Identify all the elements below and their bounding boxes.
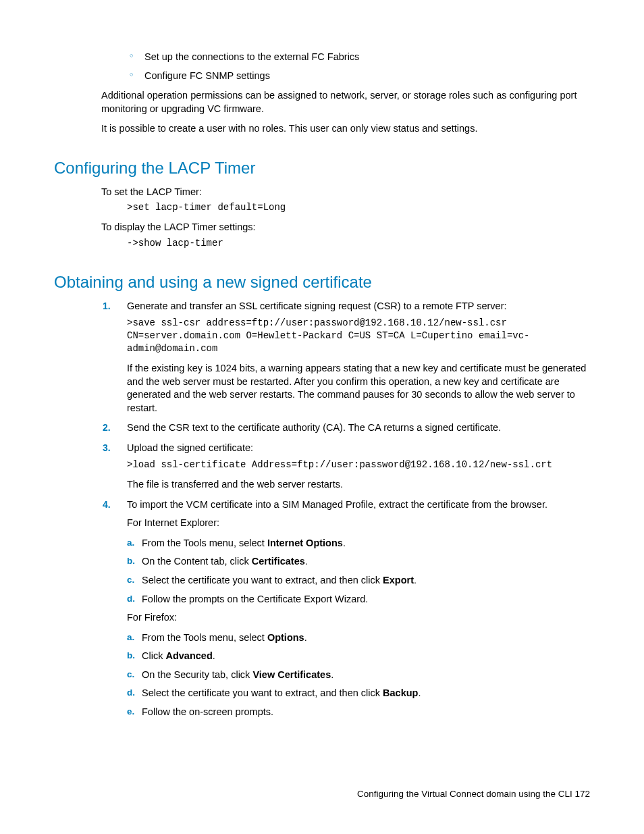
text: Click	[142, 650, 165, 661]
firefox-substeps: From the Tools menu, select Options. Cli…	[142, 631, 590, 719]
top-bullet-list: Set up the connections to the external F…	[130, 51, 590, 82]
text: .	[418, 687, 421, 698]
bold-text: View Certificates	[252, 669, 331, 680]
heading-signed-certificate: Obtaining and using a new signed certifi…	[54, 273, 590, 292]
paragraph: For Internet Explorer:	[127, 517, 590, 530]
substep: On the Content tab, click Certificates.	[142, 555, 590, 569]
list-item: Configure FC SNMP settings	[130, 70, 590, 83]
text: .	[414, 575, 417, 585]
substep: Select the certificate you want to extra…	[142, 687, 590, 700]
paragraph: For Firefox:	[127, 611, 590, 625]
step-text: Upload the signed certificate:	[127, 442, 253, 453]
text: Select the certificate you want to extra…	[142, 575, 383, 585]
substep: From the Tools menu, select Internet Opt…	[142, 537, 590, 550]
step-text: To import the VCM certificate into a SIM…	[127, 499, 547, 510]
document-page: Set up the connections to the external F…	[0, 0, 644, 834]
text: .	[331, 669, 333, 680]
substep: Follow the on-screen prompts.	[142, 706, 590, 719]
code-block: >load ssl-certificate Address=ftp://user…	[127, 459, 590, 471]
list-item: Set up the connections to the external F…	[130, 51, 590, 64]
step-text: Send the CSR text to the certificate aut…	[127, 422, 501, 433]
text: .	[305, 556, 308, 567]
bold-text: Internet Options	[267, 538, 343, 548]
paragraph: The file is transferred and the web serv…	[127, 478, 590, 492]
bold-text: Certificates	[252, 556, 305, 567]
text: .	[343, 538, 346, 548]
substep: On the Security tab, click View Certific…	[142, 669, 590, 682]
bold-text: Backup	[383, 687, 418, 698]
paragraph: It is possible to create a user with no …	[101, 122, 590, 136]
bold-text: Options	[267, 632, 304, 643]
text: On the Security tab, click	[142, 669, 252, 680]
text: Select the certificate you want to extra…	[142, 687, 383, 698]
code-block: >set lacp-timer default=Long	[127, 201, 590, 214]
step-1: Generate and transfer an SSL certificate…	[127, 300, 590, 415]
step-3: Upload the signed certificate: >load ssl…	[127, 442, 590, 492]
heading-lacp-timer: Configuring the LACP Timer	[54, 159, 590, 178]
code-block: >save ssl-csr address=ftp://user:passwor…	[127, 317, 590, 355]
bold-text: Advanced	[165, 650, 212, 661]
numbered-steps: Generate and transfer an SSL certificate…	[127, 300, 590, 719]
paragraph: If the existing key is 1024 bits, a warn…	[127, 362, 590, 415]
substep: Select the certificate you want to extra…	[142, 574, 590, 588]
substep: Follow the prompts on the Certificate Ex…	[142, 593, 590, 606]
page-footer: Configuring the Virtual Connect domain u…	[357, 789, 590, 799]
ie-substeps: From the Tools menu, select Internet Opt…	[142, 537, 590, 606]
step-2: Send the CSR text to the certificate aut…	[127, 421, 590, 435]
code-block: ->show lacp-timer	[127, 237, 590, 250]
text: On the Content tab, click	[142, 556, 252, 567]
paragraph: Additional operation permissions can be …	[101, 89, 590, 115]
text: .	[304, 632, 307, 643]
step-4: To import the VCM certificate into a SIM…	[127, 498, 590, 719]
text: .	[213, 650, 215, 661]
bold-text: Export	[383, 575, 414, 585]
substep: From the Tools menu, select Options.	[142, 631, 590, 645]
substep: Click Advanced.	[142, 650, 590, 663]
paragraph: To set the LACP Timer:	[101, 186, 590, 199]
text: From the Tools menu, select	[142, 538, 267, 548]
text: From the Tools menu, select	[142, 632, 267, 643]
paragraph: To display the LACP Timer settings:	[101, 221, 590, 234]
step-text: Generate and transfer an SSL certificate…	[127, 301, 507, 311]
